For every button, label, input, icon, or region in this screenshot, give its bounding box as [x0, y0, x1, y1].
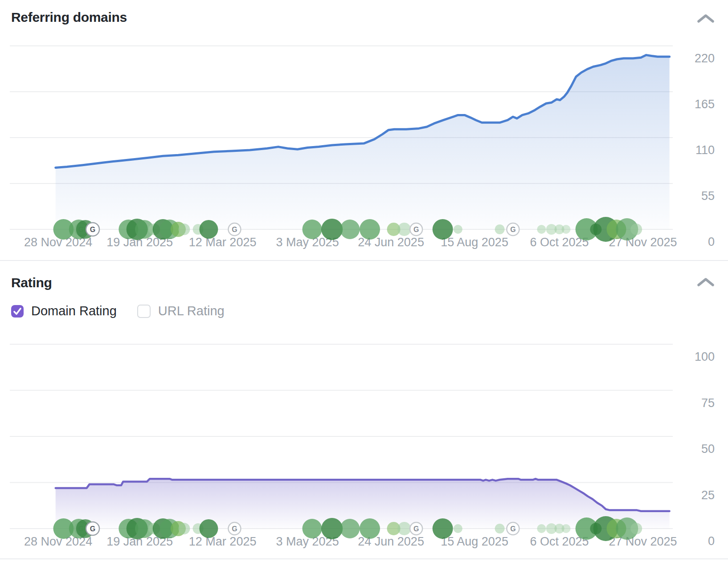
google-update-badge[interactable]: G [507, 223, 519, 236]
x-tick-label: 12 Mar 2025 [189, 535, 257, 548]
google-update-marker[interactable] [360, 219, 380, 240]
google-update-marker[interactable] [199, 220, 218, 239]
chart-canvas: 05511016522028 Nov 202419 Jan 202512 Mar… [0, 40, 728, 254]
domain-rating-checkbox[interactable] [11, 305, 24, 318]
y-tick-label: 25 [701, 489, 715, 502]
google-update-marker[interactable] [630, 224, 642, 235]
y-tick-label: 165 [695, 98, 715, 111]
x-tick-label: 15 Aug 2025 [441, 236, 508, 249]
url-rating-toggle[interactable]: URL Rating [137, 304, 225, 318]
google-update-marker[interactable] [537, 524, 546, 533]
google-update-marker[interactable] [561, 225, 570, 234]
y-tick-label: 100 [695, 350, 715, 363]
g-letter: G [232, 226, 237, 233]
rating-legend-controls: Domain Rating URL Rating [11, 304, 225, 318]
google-update-marker[interactable] [321, 518, 343, 539]
y-tick-label: 0 [708, 235, 715, 248]
domain-rating-toggle[interactable]: Domain Rating [11, 304, 117, 318]
google-update-marker[interactable] [360, 518, 380, 539]
google-update-marker[interactable] [303, 220, 322, 239]
google-update-marker[interactable] [397, 522, 411, 535]
google-update-badge[interactable]: G [228, 522, 241, 535]
google-update-marker[interactable] [397, 223, 411, 236]
google-update-marker[interactable] [495, 224, 505, 234]
google-update-marker[interactable] [178, 523, 190, 534]
google-update-marker[interactable] [630, 523, 642, 534]
google-update-marker[interactable] [433, 219, 453, 240]
y-tick-label: 50 [701, 442, 715, 456]
google-update-badge[interactable]: G [86, 522, 99, 535]
x-tick-label: 12 Mar 2025 [189, 236, 257, 249]
g-letter: G [90, 525, 95, 533]
google-update-marker[interactable] [340, 519, 360, 538]
google-update-marker[interactable] [537, 225, 546, 234]
section-title-referring-domains: Referring domains [11, 10, 127, 25]
google-update-badge[interactable]: G [228, 223, 241, 236]
google-update-marker[interactable] [199, 519, 218, 538]
referring-domains-chart[interactable]: 05511016522028 Nov 202419 Jan 202512 Mar… [0, 40, 728, 254]
domain-rating-chart[interactable]: 025507510028 Nov 202419 Jan 202512 Mar 2… [0, 330, 728, 553]
google-update-badge[interactable]: G [410, 522, 422, 535]
backlink-profile-panel: Referring domains 05511016522028 Nov 202… [0, 0, 728, 562]
google-update-marker[interactable] [454, 225, 462, 234]
collapse-referring-domains-button[interactable] [695, 11, 716, 26]
chevron-up-icon [696, 276, 716, 288]
url-rating-label: URL Rating [158, 304, 225, 318]
collapse-rating-button[interactable] [695, 274, 716, 289]
google-update-marker[interactable] [321, 219, 343, 240]
x-tick-label: 15 Aug 2025 [441, 535, 508, 548]
g-letter: G [232, 525, 237, 533]
chart-canvas: 025507510028 Nov 202419 Jan 202512 Mar 2… [0, 330, 728, 553]
g-letter: G [510, 226, 515, 233]
google-update-badge[interactable]: G [507, 522, 519, 535]
g-letter: G [413, 525, 419, 533]
google-update-marker[interactable] [433, 518, 453, 539]
g-letter: G [510, 525, 515, 533]
section-title-rating: Rating [11, 275, 52, 290]
section-divider [0, 260, 728, 261]
bottom-divider [0, 558, 728, 559]
google-update-badge[interactable]: G [410, 223, 422, 236]
y-tick-label: 55 [701, 189, 715, 203]
url-rating-checkbox[interactable] [137, 305, 151, 318]
domain-rating-label: Domain Rating [31, 304, 117, 318]
google-update-marker[interactable] [495, 524, 505, 533]
g-letter: G [413, 226, 419, 233]
google-update-marker[interactable] [561, 524, 570, 533]
chevron-up-icon [696, 12, 716, 24]
area-fill [56, 55, 670, 229]
google-update-marker[interactable] [303, 519, 322, 538]
g-letter: G [90, 226, 95, 233]
google-update-marker[interactable] [454, 524, 462, 533]
y-tick-label: 220 [695, 52, 715, 65]
google-update-badge[interactable]: G [86, 223, 99, 236]
y-tick-label: 0 [708, 534, 715, 548]
google-update-marker[interactable] [178, 224, 190, 235]
checkmark-icon [11, 305, 24, 318]
y-tick-label: 110 [695, 143, 715, 157]
google-update-marker[interactable] [340, 220, 360, 239]
y-tick-label: 75 [701, 396, 715, 410]
